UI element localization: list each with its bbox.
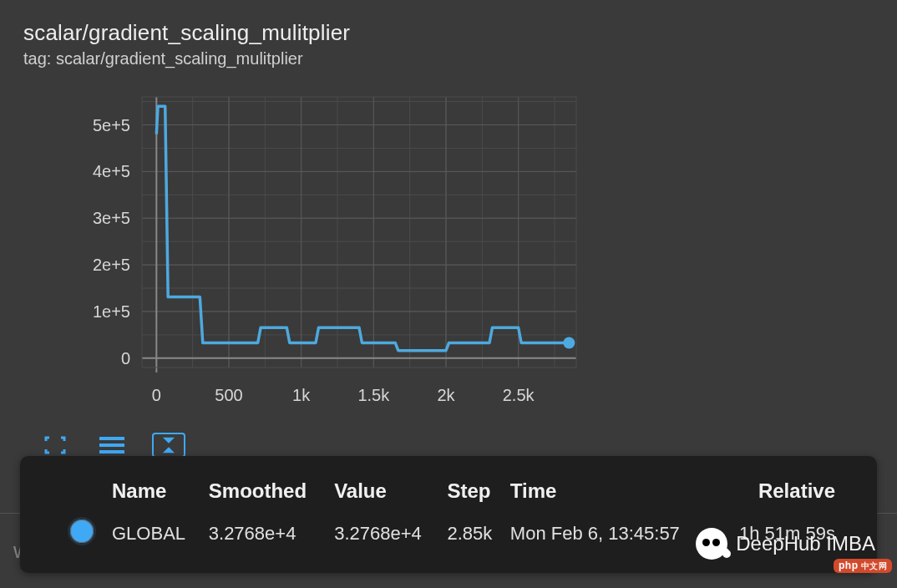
chart-subtitle: tag: scalar/gradient_scaling_mulitplier <box>23 49 874 68</box>
php-badge: php中文网 <box>834 559 892 573</box>
col-time: Time <box>510 479 721 513</box>
watermark: DeepHub IMBA <box>696 528 875 560</box>
chart-title: scalar/gradient_scaling_mulitplier <box>23 20 874 46</box>
svg-text:1.5k: 1.5k <box>357 386 390 404</box>
row-value: 3.2768e+4 <box>334 513 447 548</box>
expand-button[interactable] <box>38 433 72 458</box>
wechat-icon <box>696 528 727 560</box>
svg-text:1e+5: 1e+5 <box>93 302 130 321</box>
row-time: Mon Feb 6, 13:45:57 <box>510 513 721 548</box>
svg-marker-55 <box>165 438 172 442</box>
row-smoothed: 3.2768e+4 <box>209 513 334 548</box>
col-smoothed: Smoothed <box>209 479 334 513</box>
col-step: Step <box>447 479 509 513</box>
svg-text:5e+5: 5e+5 <box>93 116 130 134</box>
svg-text:2k: 2k <box>437 386 455 404</box>
svg-text:500: 500 <box>215 386 242 404</box>
svg-marker-56 <box>165 449 172 452</box>
svg-text:4e+5: 4e+5 <box>93 162 130 180</box>
series-marker-icon <box>70 520 94 543</box>
line-chart-svg: 01e+52e+53e+54e+55e+505001k1.5k2k2.5k <box>0 84 635 426</box>
svg-text:3e+5: 3e+5 <box>93 209 130 227</box>
watermark-text: DeepHub IMBA <box>736 532 875 555</box>
svg-text:2.5k: 2.5k <box>503 386 535 404</box>
row-step: 2.85k <box>447 513 509 548</box>
col-relative: Relative <box>720 479 844 513</box>
svg-text:0: 0 <box>121 349 130 368</box>
row-name: GLOBAL <box>112 513 209 548</box>
chart-area[interactable]: 01e+52e+53e+54e+55e+505001k1.5k2k2.5k <box>0 84 897 418</box>
list-button[interactable] <box>95 433 129 458</box>
svg-text:1k: 1k <box>292 386 311 404</box>
chart-header: scalar/gradient_scaling_mulitplier tag: … <box>0 0 897 68</box>
svg-text:0: 0 <box>152 386 161 404</box>
svg-point-51 <box>563 337 575 349</box>
fit-domain-button[interactable] <box>152 433 185 458</box>
col-value: Value <box>334 479 447 513</box>
col-name: Name <box>112 479 209 513</box>
svg-text:2e+5: 2e+5 <box>93 256 130 274</box>
